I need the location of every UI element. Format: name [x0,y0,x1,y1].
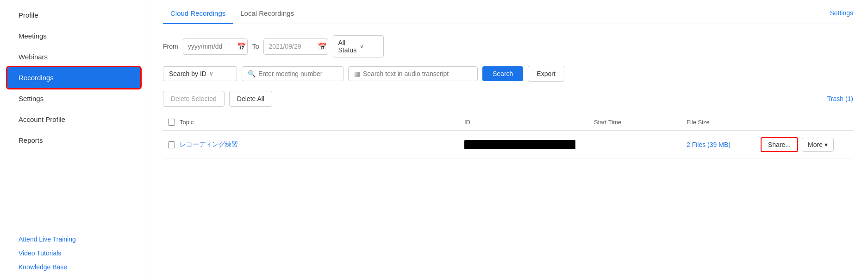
footer-link-live-training[interactable]: Attend Live Training [19,235,129,243]
row-checkbox[interactable] [168,141,175,148]
to-calendar-icon[interactable]: 📅 [318,42,327,51]
header-checkbox-col [163,119,180,126]
main-wrapper: Settings Cloud Recordings Local Recordin… [148,0,868,280]
filter-row: From 📅 To 📅 All Status ∨ [163,35,853,57]
footer-link-knowledge-base[interactable]: Knowledge Base [19,263,129,271]
status-select-label: All Status [338,39,357,54]
sidebar-footer: Attend Live Training Video Tutorials Kno… [0,226,148,280]
row-checkbox-col [163,141,180,148]
to-date-field[interactable] [269,43,315,50]
recordings-table: Topic ID Start Time File Size レコーディング練習 [163,114,853,159]
search-by-label: Search by ID [169,70,206,77]
transcript-search-input[interactable] [363,70,472,77]
delete-all-button[interactable]: Delete All [229,91,272,107]
search-row: Search by ID ∨ 🔍 ▦ Search Export [163,66,853,82]
recordings-tabs: Cloud Recordings Local Recordings [163,0,853,24]
row-topic: レコーディング練習 [180,140,464,149]
meeting-number-input[interactable] [258,70,337,77]
row-id [464,140,594,149]
sidebar: Profile Meetings Webinars Recordings Set… [0,0,148,280]
select-all-checkbox[interactable] [168,119,175,126]
search-button[interactable]: Search [482,66,523,81]
header-id: ID [464,119,594,126]
from-date-field[interactable] [188,43,234,50]
sidebar-item-webinars[interactable]: Webinars [0,46,148,67]
table-header: Topic ID Start Time File Size [163,114,853,131]
from-label: From [163,43,178,50]
action-row: Delete Selected Delete All Trash (1) [163,91,853,107]
delete-selected-button[interactable]: Delete Selected [163,91,225,107]
sidebar-item-settings[interactable]: Settings [0,88,148,109]
table-row: レコーディング練習 2 Files (39 MB) Share... More … [163,131,853,159]
main-content: Cloud Recordings Local Recordings From 📅… [148,0,868,159]
sidebar-item-meetings[interactable]: Meetings [0,25,148,46]
sidebar-nav: Profile Meetings Webinars Recordings Set… [0,0,148,226]
more-button[interactable]: More ▾ [802,138,834,152]
sidebar-item-account-profile[interactable]: Account Profile [0,109,148,130]
transcript-icon: ▦ [354,70,360,77]
meeting-number-input-wrap: 🔍 [242,66,343,81]
sidebar-item-profile[interactable]: Profile [0,5,148,25]
tab-local-recordings[interactable]: Local Recordings [233,4,301,24]
more-chevron-icon: ▾ [824,141,828,148]
action-left: Delete Selected Delete All [163,91,272,107]
search-by-chevron-icon: ∨ [209,70,213,77]
to-date-input[interactable]: 📅 [263,38,328,55]
settings-link[interactable]: Settings [830,9,853,17]
share-button[interactable]: Share... [761,137,798,152]
status-chevron-icon: ∨ [360,43,379,50]
filesize-text: 2 Files (39 MB) [687,141,731,148]
row-filesize: 2 Files (39 MB) [687,141,761,148]
topic-link[interactable]: レコーディング練習 [180,140,238,148]
to-label: To [252,43,259,50]
status-select[interactable]: All Status ∨ [333,35,384,57]
transcript-input-wrap: ▦ [348,66,478,81]
more-button-label: More [808,141,823,148]
trash-link[interactable]: Trash (1) [827,95,853,102]
from-calendar-icon[interactable]: 📅 [237,42,246,51]
header-filesize: File Size [687,119,761,126]
sidebar-item-recordings[interactable]: Recordings [7,67,140,88]
tab-cloud-recordings[interactable]: Cloud Recordings [163,4,233,24]
sidebar-item-reports[interactable]: Reports [0,130,148,151]
header-starttime: Start Time [594,119,687,126]
id-redacted-bar [464,140,575,149]
from-date-input[interactable]: 📅 [183,38,248,55]
export-button[interactable]: Export [528,66,564,82]
row-actions: Share... More ▾ [761,137,853,152]
search-icon: 🔍 [248,70,256,77]
footer-link-video-tutorials[interactable]: Video Tutorials [19,249,129,257]
search-by-select[interactable]: Search by ID ∨ [163,66,237,81]
header-topic: Topic [180,119,464,126]
